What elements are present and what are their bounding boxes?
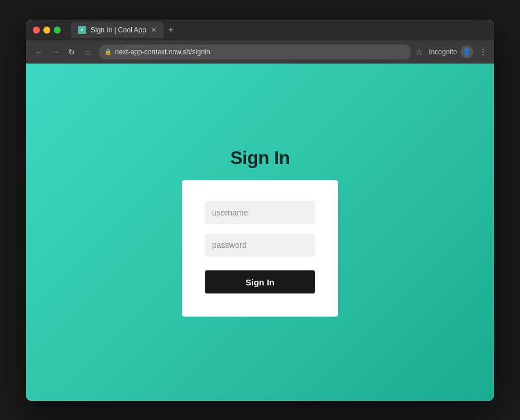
- reload-button[interactable]: ↻: [65, 46, 78, 58]
- maximize-button[interactable]: [54, 27, 61, 34]
- signin-button[interactable]: Sign In: [205, 270, 315, 293]
- incognito-label: Incognito: [429, 48, 457, 56]
- back-button[interactable]: ←: [33, 46, 46, 58]
- browser-menu-icon[interactable]: ⋮: [479, 47, 487, 57]
- home-button[interactable]: ⌂: [81, 46, 94, 58]
- signin-card: Sign In: [182, 180, 338, 317]
- tab-area: ● Sign In | Cool App ✕ +: [71, 22, 487, 38]
- tab-title: Sign In | Cool App: [91, 26, 146, 34]
- page-title: Sign In: [230, 147, 289, 169]
- url-bar[interactable]: 🔒 next-app-context.now.sh/signin: [99, 44, 411, 60]
- forward-button[interactable]: →: [49, 46, 62, 58]
- close-button[interactable]: [33, 27, 40, 34]
- tab-favicon-icon: ●: [78, 26, 86, 34]
- nav-buttons: ← → ↻ ⌂: [33, 46, 94, 58]
- incognito-area: Incognito 👤: [429, 46, 473, 58]
- password-input[interactable]: [205, 233, 315, 257]
- title-bar: ● Sign In | Cool App ✕ +: [26, 20, 494, 40]
- url-text: next-app-context.now.sh/signin: [115, 48, 210, 56]
- browser-window: ● Sign In | Cool App ✕ + ← → ↻ ⌂ 🔒 next-…: [26, 20, 494, 401]
- tab-close-icon[interactable]: ✕: [151, 27, 157, 34]
- incognito-icon: 👤: [460, 46, 473, 58]
- new-tab-button[interactable]: +: [166, 25, 176, 35]
- lock-icon: 🔒: [105, 49, 112, 55]
- bookmark-icon[interactable]: ☆: [415, 47, 423, 57]
- traffic-lights: [33, 27, 61, 34]
- username-input[interactable]: [205, 201, 315, 224]
- address-right-controls: ☆ Incognito 👤 ⋮: [415, 46, 487, 58]
- active-tab[interactable]: ● Sign In | Cool App ✕: [71, 22, 164, 38]
- minimize-button[interactable]: [43, 27, 50, 34]
- page-content: Sign In Sign In: [26, 64, 494, 401]
- address-bar: ← → ↻ ⌂ 🔒 next-app-context.now.sh/signin…: [26, 40, 494, 64]
